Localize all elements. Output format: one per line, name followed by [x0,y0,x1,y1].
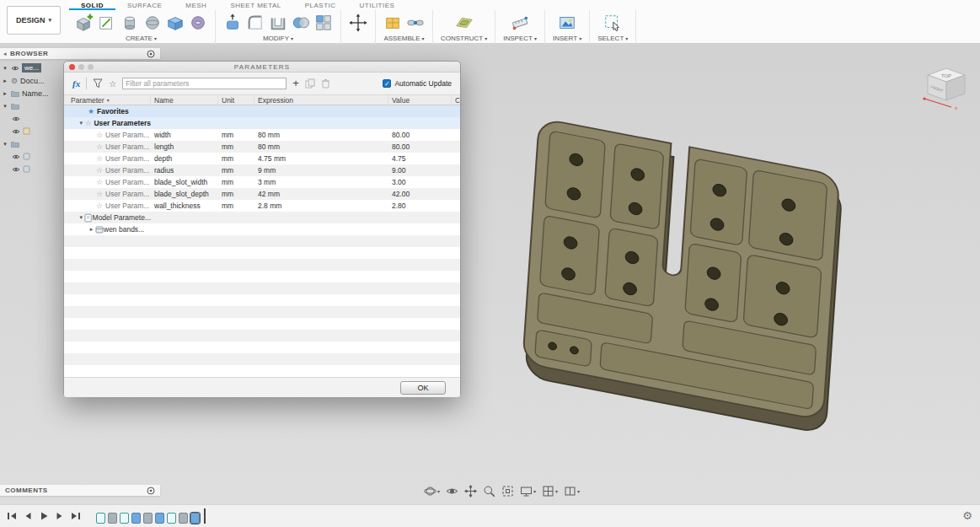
measure-icon[interactable] [511,13,529,32]
eye-icon[interactable] [12,153,20,160]
eye-icon[interactable] [12,166,20,173]
timeline-settings-gear-icon[interactable]: ⚙ [962,510,972,522]
favorite-star-icon[interactable]: ☆ [96,131,105,139]
modify-menu[interactable]: MODIFY ▾ [263,35,293,42]
tree-expanded-icon[interactable]: ▾ [78,120,85,126]
browser-item[interactable] [2,150,67,163]
parameter-row-depth[interactable]: ☆User Param... depth mm 4.75 mm 4.75 [64,153,460,164]
tab-mesh[interactable]: MESH [174,0,218,10]
browser-item-folder[interactable]: ▾ [2,137,67,150]
browser-item[interactable] [2,112,67,125]
favorites-star-icon[interactable]: ☆ [109,79,116,89]
favorite-star-icon[interactable]: ☆ [96,178,105,186]
step-back-button[interactable] [23,511,33,521]
dialog-close-button[interactable] [69,64,75,70]
assemble-menu[interactable]: ASSEMBLE ▾ [383,35,424,42]
model-child-row[interactable]: ▸wen bands... [64,223,460,235]
dialog-zoom-button[interactable] [88,64,94,70]
tab-sheet-metal[interactable]: SHEET METAL [218,0,292,10]
design-menu-button[interactable]: DESIGN ▾ [7,6,61,35]
insert-image-icon[interactable] [558,13,576,32]
tab-solid[interactable]: SOLID [69,0,115,10]
tab-plastic[interactable]: PLASTIC [293,0,348,10]
comments-options-icon[interactable] [147,487,155,495]
browser-item[interactable] [2,163,67,175]
favorite-star-icon[interactable]: ☆ [96,166,105,175]
favorite-star-icon[interactable]: ☆ [96,143,105,151]
torus-icon[interactable] [189,13,207,32]
favorites-group-row[interactable]: ★Favorites [64,105,460,117]
tree-expanded-icon[interactable]: ▾ [2,141,8,148]
view-cube[interactable]: TOP FRONT x [921,60,973,114]
go-to-start-button[interactable] [7,511,17,521]
browser-item-document-settings[interactable]: ▸ ⚙ Docu... [2,74,67,87]
press-pull-icon[interactable] [223,13,242,32]
browser-item-document[interactable]: ▾ we... [2,62,67,74]
select-icon[interactable] [603,13,622,32]
timeline-feature-icon[interactable] [143,513,153,524]
new-component-icon[interactable] [383,13,402,32]
timeline-playhead[interactable] [204,508,206,524]
add-parameter-button[interactable]: + [292,78,299,89]
insert-menu[interactable]: INSERT ▾ [553,35,581,42]
expression-cell[interactable]: 80 mm [254,141,388,153]
favorite-star-icon[interactable]: ☆ [96,190,105,198]
column-header-unit[interactable]: Unit [218,95,254,105]
box-icon[interactable] [166,13,185,32]
tree-collapsed-icon[interactable]: ▸ [88,226,95,233]
timeline-feature-icon[interactable] [179,513,188,524]
ok-button[interactable]: OK [400,381,446,395]
select-menu[interactable]: SELECT ▾ [597,35,628,42]
timeline-feature-icon[interactable] [155,513,164,524]
fx-insert-expression-button[interactable]: fx [72,78,80,89]
fillet-icon[interactable] [246,13,265,32]
filter-input[interactable] [122,78,287,89]
model-parameters-group-row[interactable]: ▾Model Paramete... [64,212,460,223]
timeline-sketch-feature-icon[interactable] [96,513,105,524]
timeline-feature-icon[interactable] [190,513,200,524]
document-name-label[interactable]: we... [22,63,41,73]
column-header-value[interactable]: Value [388,95,452,105]
timeline-feature-icon[interactable] [131,513,141,524]
column-header-name[interactable]: Name [151,95,218,105]
inspect-menu[interactable]: INSPECT ▾ [503,35,537,42]
expression-cell[interactable]: 9 mm [254,164,388,176]
eye-icon[interactable] [12,128,20,135]
browser-options-icon[interactable] [147,50,155,58]
combine-icon[interactable] [292,13,310,32]
step-forward-button[interactable] [55,511,65,521]
automatic-update-toggle[interactable]: ✓ Automatic Update [383,79,452,88]
copy-parameter-icon[interactable] [305,78,315,89]
expression-cell[interactable]: 2.8 mm [254,200,388,212]
move-icon[interactable] [349,13,367,32]
construct-plane-icon[interactable] [455,13,474,32]
favorite-star-icon[interactable]: ☆ [96,202,105,210]
parameter-row-length[interactable]: ☆User Param... length mm 80 mm 80.00 [64,141,460,153]
tree-expanded-icon[interactable]: ▾ [78,214,84,221]
pattern-icon[interactable] [314,13,333,32]
create-sketch-icon[interactable] [98,13,116,32]
expression-cell[interactable]: 80 mm [254,129,388,141]
parameter-row-blade-slot-width[interactable]: ☆User Param... blade_slot_width mm 3 mm … [64,176,460,188]
new-solid-icon[interactable] [75,13,94,32]
eye-icon[interactable] [11,65,19,72]
shell-icon[interactable] [269,13,287,32]
column-header-expression[interactable]: Expression [254,95,388,105]
go-to-end-button[interactable] [71,511,81,521]
parameter-row-blade-slot-depth[interactable]: ☆User Param... blade_slot_depth mm 42 mm… [64,188,460,200]
favorite-star-icon[interactable]: ☆ [96,154,105,163]
create-menu[interactable]: CREATE ▾ [126,35,157,42]
parameter-row-wall-thickness[interactable]: ☆User Param... wall_thickness mm 2.8 mm … [64,200,460,212]
column-header-comments[interactable]: C [452,95,460,105]
play-button[interactable] [39,511,49,521]
tree-expanded-icon[interactable]: ▾ [2,103,8,110]
dialog-minimize-button[interactable] [78,64,84,70]
eye-icon[interactable] [12,116,20,122]
cylinder-icon[interactable] [120,13,139,32]
viewports-icon[interactable]: ▾ [564,485,580,497]
automatic-update-checkbox[interactable]: ✓ [383,79,391,88]
construct-menu[interactable]: CONSTRUCT ▾ [441,35,487,42]
tab-surface[interactable]: SURFACE [115,0,174,10]
tree-collapsed-icon[interactable]: ▸ [2,78,8,84]
expression-cell[interactable]: 3 mm [254,176,388,188]
